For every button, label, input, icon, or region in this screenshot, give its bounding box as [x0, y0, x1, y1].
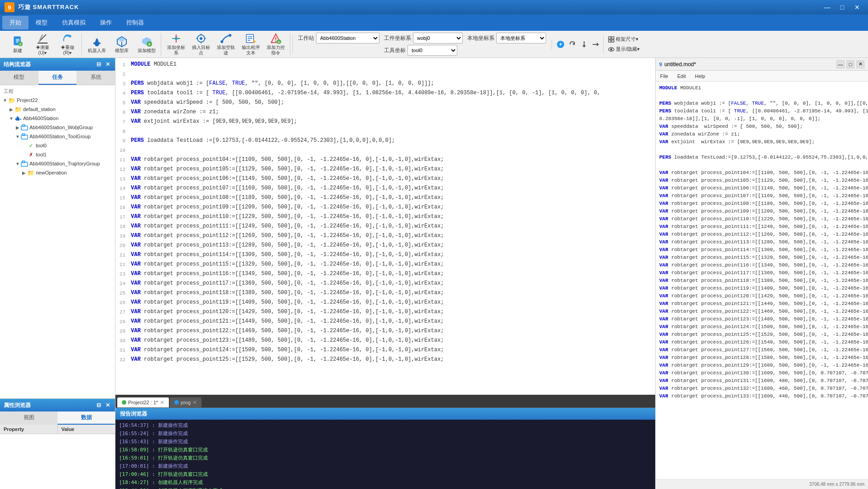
code-content[interactable]: 1MODULE MODULE123PERS wobjdata wobj1 := …: [115, 58, 655, 395]
tab-project22[interactable]: Project22 : 1* ✕: [117, 397, 169, 407]
coord-rotate-btn[interactable]: [567, 39, 577, 49]
code-line-9[interactable]: 9PERS loaddata TestLoad :=[9.12753,[-0.0…: [115, 136, 655, 145]
add-coord-button[interactable]: 添加坐标系: [164, 34, 188, 55]
attr-tab-data[interactable]: 数据: [58, 412, 115, 425]
struct-dock-icon[interactable]: ⊟: [95, 61, 102, 68]
code-line-24[interactable]: 24VAR robtarget process_point117:=[[1369…: [115, 279, 655, 288]
tab-model[interactable]: 模型: [0, 71, 38, 85]
rp-menu-file[interactable]: File: [658, 73, 670, 79]
minimize-button[interactable]: —: [821, 2, 834, 12]
tab-prog-close[interactable]: ✕: [192, 399, 197, 406]
add-track-button[interactable]: 添加空轨迹: [214, 34, 238, 55]
code-line-32[interactable]: 32VAR robtarget process_point125:=[[1529…: [115, 355, 655, 364]
code-line-10[interactable]: 10: [115, 145, 655, 155]
code-line-7[interactable]: 7VAR extjoint wirExtax := [9E9,9E9,9E9,9…: [115, 117, 655, 126]
workstation-select[interactable]: Abb4600Station: [316, 33, 379, 44]
new-button[interactable]: + 新建: [6, 34, 29, 55]
code-line-30[interactable]: 30VAR robtarget process_point123:=[[1489…: [115, 336, 655, 345]
menu-item-start[interactable]: 开始: [2, 16, 29, 29]
tree-item-tool-group[interactable]: ▼ Abb4600Station_ToolGroup: [0, 132, 115, 141]
tool-coord-select[interactable]: tool0: [408, 45, 457, 56]
code-line-31[interactable]: 31VAR robtarget process_point124:=[[1509…: [115, 345, 655, 355]
menu-item-ops[interactable]: 操作: [93, 16, 119, 29]
insert-point-button[interactable]: 插入目标点: [189, 34, 213, 55]
code-line-23[interactable]: 23VAR robtarget process_point116:=[[1349…: [115, 269, 655, 279]
code-line-6[interactable]: 6VAR zonedata wirZone := z1;: [115, 107, 655, 117]
code-line-8[interactable]: 8: [115, 126, 655, 136]
add-force-button[interactable]: + 添加力控指令: [264, 34, 288, 55]
tree-arrow-wobj-group[interactable]: ▶: [14, 125, 21, 130]
titlebar: 9 巧遊 SMARTTRACK — □ ✕: [0, 0, 868, 15]
attr-dock-icon[interactable]: ⊟: [95, 402, 102, 409]
maximize-button[interactable]: □: [836, 2, 849, 12]
tree-arrow-traj-group[interactable]: ▼: [14, 161, 21, 166]
tree-item-default-station[interactable]: ▶ 📁 default_station: [0, 105, 115, 114]
measure-button[interactable]: ◈测量(U)▾: [31, 34, 54, 55]
rp-content[interactable]: MODULE MODULE1PERS wobjdata wobj1 := [FA…: [656, 82, 868, 479]
local-coord-select[interactable]: 本地坐标系: [496, 33, 546, 44]
code-line-5[interactable]: 5VAR speeddata wirSpeed := [ 500, 500, 5…: [115, 98, 655, 107]
robot-lib-button[interactable]: 机器人库: [85, 34, 109, 55]
code-line-13[interactable]: 13VAR robtarget process_point106:=[[1149…: [115, 174, 655, 184]
display-toggle[interactable]: 显示/隐藏▾: [606, 45, 642, 53]
tree-item-project22[interactable]: ▼ 📁 Project22: [0, 96, 115, 105]
rp-minimize-btn[interactable]: —: [836, 60, 844, 68]
code-line-18[interactable]: 18VAR robtarget process_point111:=[[1249…: [115, 222, 655, 231]
tree-item-tool1[interactable]: ✗ tool1: [0, 150, 115, 159]
code-line-3[interactable]: 3PERS wobjdata wobj1 := [FALSE, TRUE, ""…: [115, 79, 655, 88]
struct-close-icon[interactable]: ✕: [104, 61, 111, 68]
code-line-19[interactable]: 19VAR robtarget process_point112:=[[1269…: [115, 231, 655, 241]
tree-item-new-op[interactable]: ▶ 📁 newOperation: [0, 168, 115, 177]
code-line-2[interactable]: 2: [115, 69, 655, 79]
code-line-20[interactable]: 20VAR robtarget process_point113:=[[1289…: [115, 241, 655, 250]
code-line-27[interactable]: 27VAR robtarget process_point120:=[[1429…: [115, 307, 655, 317]
code-line-21[interactable]: 21VAR robtarget process_point114:=[[1309…: [115, 250, 655, 260]
output-prog-button[interactable]: 输出程序文本: [239, 34, 263, 55]
menu-item-model[interactable]: 模型: [29, 16, 55, 29]
rp-maximize-btn[interactable]: □: [846, 60, 854, 68]
scale-toggle[interactable]: 框架尺寸▾: [606, 35, 642, 44]
tree-item-traj-group[interactable]: ▼ Abb4600Station_TrajrtoryGroup: [0, 159, 115, 168]
tab-prog[interactable]: prog ✕: [170, 397, 201, 407]
code-line-26[interactable]: 26VAR robtarget process_point119:=[[1409…: [115, 298, 655, 307]
attr-tab-view[interactable]: 视图: [0, 412, 58, 425]
model-lib-button[interactable]: 模型库: [110, 34, 134, 55]
code-line-25[interactable]: 25VAR robtarget process_point118:=[[1389…: [115, 288, 655, 298]
rp-menu-help[interactable]: Help: [693, 73, 707, 79]
add-model-button[interactable]: + 添加模型: [135, 34, 158, 55]
tree-arrow-abb-station[interactable]: ▼: [8, 116, 14, 121]
code-line-22[interactable]: 22VAR robtarget process_point115:=[[1329…: [115, 260, 655, 269]
tree-item-tool0[interactable]: ✓ tool0: [0, 141, 115, 150]
rp-menu-edit[interactable]: Edit: [676, 73, 688, 79]
tab-task[interactable]: 任务: [38, 71, 77, 85]
attr-close-icon[interactable]: ✕: [104, 402, 111, 409]
menu-item-ctrl[interactable]: 控制器: [119, 16, 151, 29]
menu-item-sim[interactable]: 仿真模拟: [55, 16, 93, 29]
code-line-1[interactable]: 1MODULE MODULE1: [115, 60, 655, 69]
redo-button[interactable]: ◈重做(R)▾: [56, 34, 79, 55]
coord-add-btn[interactable]: +: [556, 39, 566, 49]
tree-arrow-default-station[interactable]: ▶: [8, 107, 14, 112]
tree-arrow-project22[interactable]: ▼: [2, 98, 8, 103]
tab-system[interactable]: 系统: [77, 71, 115, 85]
coord-move-down-btn[interactable]: [579, 39, 589, 49]
window-controls: — □ ✕: [821, 2, 863, 12]
code-line-17[interactable]: 17VAR robtarget process_point110:=[[1229…: [115, 212, 655, 222]
code-line-11[interactable]: 11VAR robtarget process_point104:=[[1109…: [115, 155, 655, 165]
code-line-12[interactable]: 12VAR robtarget process_point105:=[[1129…: [115, 165, 655, 174]
rp-close-btn[interactable]: ✕: [856, 60, 864, 68]
coord-move-right-btn[interactable]: [591, 39, 601, 49]
code-line-16[interactable]: 16VAR robtarget process_point109:=[[1209…: [115, 203, 655, 212]
code-line-4[interactable]: 4PERS tooldata tool1 := [ TRUE, [[0.0040…: [115, 88, 655, 98]
code-line-14[interactable]: 14VAR robtarget process_point107:=[[1169…: [115, 184, 655, 193]
workobj-select[interactable]: wobj0: [413, 33, 463, 44]
code-line-15[interactable]: 15VAR robtarget process_point108:=[[1189…: [115, 193, 655, 203]
code-line-29[interactable]: 29VAR robtarget process_point122:=[[1469…: [115, 326, 655, 336]
tree-item-abb-station[interactable]: ▼ Abb4600Station: [0, 114, 115, 123]
code-line-28[interactable]: 28VAR robtarget process_point121:=[[1449…: [115, 317, 655, 326]
close-button[interactable]: ✕: [851, 2, 863, 12]
tree-arrow-new-op[interactable]: ▶: [21, 170, 27, 175]
tree-item-wobj-group[interactable]: ▶ Abb4600Station_WobjGroup: [0, 123, 115, 132]
tab-project22-close[interactable]: ✕: [160, 399, 164, 406]
tree-arrow-tool-group[interactable]: ▼: [14, 134, 21, 139]
